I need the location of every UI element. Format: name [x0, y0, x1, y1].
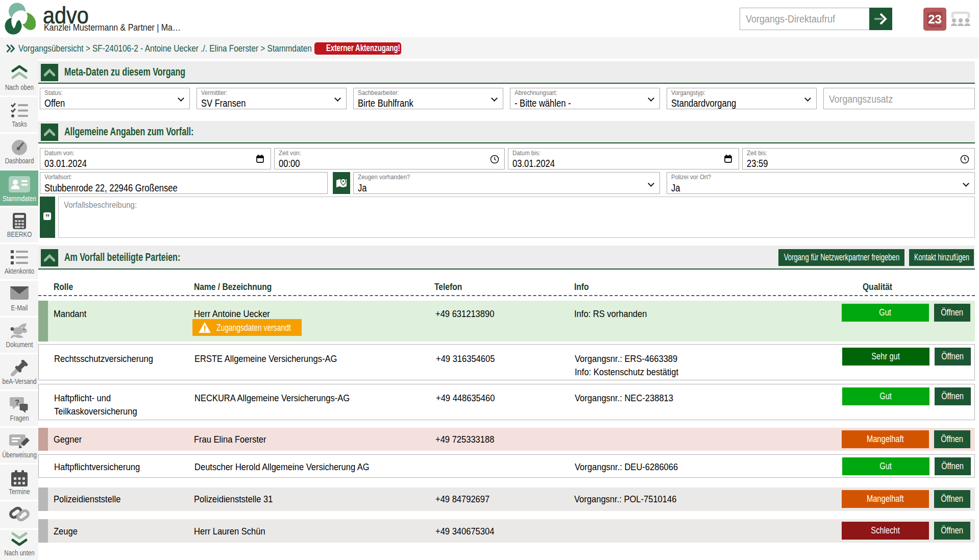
svg-text:?: ? — [15, 398, 19, 406]
